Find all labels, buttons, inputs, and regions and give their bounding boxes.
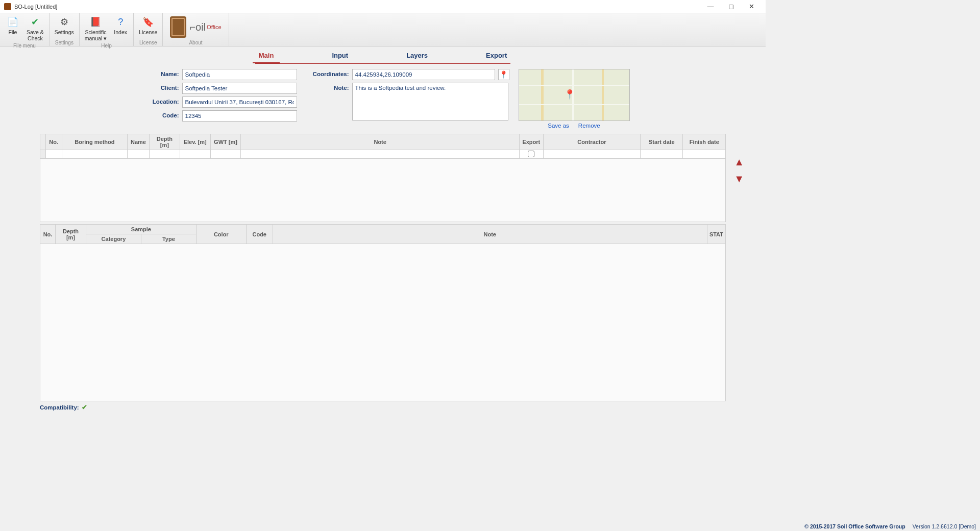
row-selector-header xyxy=(40,134,46,150)
window-title: SO-Log [Untitled] xyxy=(14,4,700,10)
save-check-icon: ✔ xyxy=(29,16,41,28)
col-header[interactable]: Depth [m] xyxy=(55,225,86,244)
ribbon-group-label: License xyxy=(139,40,157,46)
sample-table-body[interactable] xyxy=(40,244,726,401)
col-header[interactable]: GWT [m] xyxy=(210,134,241,150)
col-header[interactable]: Boring method xyxy=(62,134,127,150)
compatibility-status: Compatibility:✔ xyxy=(40,403,726,411)
map-save-as-link[interactable]: Save as xyxy=(548,123,569,129)
ribbon: 📄File✔Save &CheckFile menu⚙SettingsSetti… xyxy=(0,13,766,46)
col-header[interactable]: Finish date xyxy=(683,134,726,150)
client-field[interactable] xyxy=(182,83,297,94)
brand-logo: ⌐oilOffice xyxy=(165,14,226,40)
table-cell[interactable] xyxy=(180,150,210,159)
col-header[interactable]: Type xyxy=(141,234,196,244)
minimize-button[interactable]: — xyxy=(700,0,721,13)
tab-export[interactable]: Export xyxy=(480,50,513,63)
depth-status: Depth:✔ xyxy=(40,413,726,415)
ribbon-group-label: File menu xyxy=(13,43,36,49)
tab-main[interactable]: Main xyxy=(253,50,280,63)
boring-table-body[interactable] xyxy=(40,159,726,222)
move-up-button[interactable]: ▲ xyxy=(734,156,744,168)
row-selector[interactable] xyxy=(40,150,46,159)
table-cell[interactable] xyxy=(241,150,519,159)
ribbon-btn-label: Save &Check xyxy=(27,29,44,41)
close-button[interactable]: ✕ xyxy=(741,0,762,13)
file-icon: 📄 xyxy=(7,16,19,28)
col-header[interactable]: Color xyxy=(196,225,246,244)
table-cell[interactable] xyxy=(519,150,543,159)
coordinates-field[interactable] xyxy=(352,69,495,80)
col-header[interactable]: Note xyxy=(273,225,707,244)
location-field[interactable] xyxy=(182,96,297,108)
move-down-button[interactable]: ▼ xyxy=(734,173,744,185)
note-field[interactable] xyxy=(352,83,508,120)
map-preview[interactable]: 📍 xyxy=(519,69,630,121)
ribbon-btn-label: Index xyxy=(114,29,127,35)
file-button[interactable]: 📄File xyxy=(2,14,23,43)
table-cell[interactable] xyxy=(45,150,62,159)
index-button[interactable]: ?Index xyxy=(110,14,131,43)
maximize-button[interactable]: ◻ xyxy=(721,0,741,13)
license-icon: 🔖 xyxy=(142,16,154,28)
table-cell[interactable] xyxy=(641,150,683,159)
col-header[interactable]: Export xyxy=(519,134,543,150)
name-field[interactable] xyxy=(182,69,297,80)
col-header[interactable]: Contractor xyxy=(543,134,640,150)
col-header[interactable]: No. xyxy=(45,134,62,150)
col-header[interactable]: No. xyxy=(40,225,56,244)
titlebar: SO-Log [Untitled] — ◻ ✕ xyxy=(0,0,766,13)
ribbon-btn-label: File xyxy=(9,29,17,35)
index-icon: ? xyxy=(114,16,127,28)
sci-manual-button[interactable]: 📕Scientificmanual ▾ xyxy=(82,14,110,43)
ribbon-btn-label: Scientificmanual ▾ xyxy=(85,29,107,41)
table-cell[interactable] xyxy=(149,150,180,159)
ribbon-btn-label: Settings xyxy=(55,29,74,35)
location-label: Location: xyxy=(136,96,179,105)
sample-table: No.Depth [m]SampleColorCodeNoteSTAT Cate… xyxy=(40,224,726,401)
tab-input[interactable]: Input xyxy=(326,50,354,63)
coordinates-label: Coordinates: xyxy=(306,69,349,77)
export-checkbox[interactable] xyxy=(528,151,534,157)
code-field[interactable] xyxy=(182,110,297,122)
col-header[interactable]: Start date xyxy=(641,134,683,150)
license-button[interactable]: 🔖License xyxy=(136,14,160,40)
tab-layers[interactable]: Layers xyxy=(400,50,434,63)
col-header[interactable]: Category xyxy=(86,234,141,244)
check-icon: ✔ xyxy=(82,403,87,411)
check-icon: ✔ xyxy=(61,413,66,415)
table-cell[interactable] xyxy=(683,150,726,159)
col-header[interactable]: Elev. [m] xyxy=(180,134,210,150)
code-label: Code: xyxy=(136,110,179,118)
form-area: Name: Client: Location: Code: Coordinate… xyxy=(0,64,766,132)
ribbon-btn-label: License xyxy=(139,29,157,35)
sci-manual-icon: 📕 xyxy=(89,16,102,28)
settings-icon: ⚙ xyxy=(58,16,70,28)
app-icon xyxy=(4,3,11,10)
ribbon-group-label: Help xyxy=(101,43,112,49)
save-check-button[interactable]: ✔Save &Check xyxy=(23,14,47,43)
col-header[interactable]: Depth [m] xyxy=(149,134,180,150)
boring-table: No.Boring methodNameDepth [m]Elev. [m]GW… xyxy=(40,134,726,222)
ribbon-group-label: Settings xyxy=(55,40,74,46)
settings-button[interactable]: ⚙Settings xyxy=(52,14,77,40)
table-cell[interactable] xyxy=(543,150,640,159)
table-cell[interactable] xyxy=(62,150,127,159)
name-label: Name: xyxy=(136,69,179,77)
map-marker-icon: 📍 xyxy=(564,89,575,100)
spiral-icon xyxy=(170,16,186,38)
map-pin-button[interactable]: 📍 xyxy=(498,69,509,80)
col-header[interactable]: STAT xyxy=(707,225,725,244)
note-label: Note: xyxy=(306,83,349,91)
table-cell[interactable] xyxy=(210,150,241,159)
tabs: MainInputLayersExport xyxy=(0,50,766,63)
ribbon-group-label: About xyxy=(189,40,202,46)
col-header[interactable]: Name xyxy=(128,134,150,150)
client-label: Client: xyxy=(136,83,179,91)
col-header[interactable]: Code xyxy=(246,225,273,244)
map-remove-link[interactable]: Remove xyxy=(578,123,600,129)
table-cell[interactable] xyxy=(128,150,150,159)
col-header[interactable]: Sample xyxy=(86,225,196,234)
col-header[interactable]: Note xyxy=(241,134,519,150)
